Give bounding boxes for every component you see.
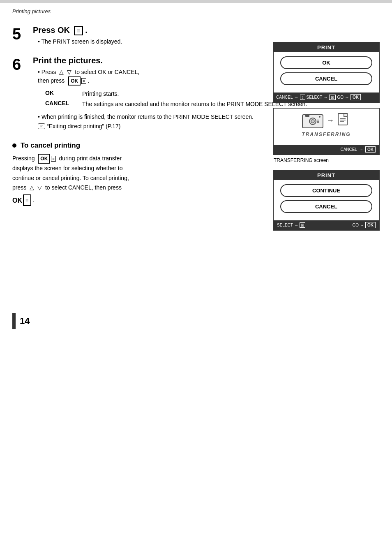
ok-btn-inline: OK ≡ [68, 76, 86, 86]
page-number-area: 14 [12, 313, 380, 329]
triangle-down-icon-2: ▽ [37, 184, 42, 191]
ok-menu-icon-inline: ≡ [74, 26, 83, 35]
transfer-icons: → [302, 113, 350, 128]
step-5-number: 5 [12, 25, 33, 49]
arrow-go-icon: → [360, 223, 364, 227]
print-screen-1-footer: CANCEL → ↕ SELECT → ⊞ GO → OK [274, 92, 379, 102]
grid-icon-2: ⊞ [300, 222, 305, 228]
menu-icon-2: ≡ [51, 156, 55, 162]
print-screen-2: PRINT CONTINUE CANCEL SELECT → ⊞ GO → OK [273, 170, 380, 231]
go-grid-icon: ⊞ [329, 95, 336, 100]
arrow-right-icon-2: → [323, 95, 328, 100]
footer2-go-area: GO → OK [352, 222, 376, 228]
ok-box-footer: OK [350, 94, 361, 100]
bullet-dot-icon [12, 143, 16, 148]
ok-btn-inline-3: OK ≡ [12, 194, 31, 206]
print-screen-2-footer: SELECT → ⊞ GO → OK [274, 220, 379, 230]
transfer-arrow-icon: → [327, 116, 334, 125]
print-screen-1-title: PRINT [274, 43, 379, 52]
transfer-caption: TRANSFERRING screen [273, 157, 380, 163]
triangle-up-icon: △ [59, 69, 64, 75]
ref-link: ☞ “Exiting direct printing” (P.17) [38, 122, 120, 131]
svg-rect-9 [344, 113, 347, 117]
page-title: Printing pictures [12, 8, 51, 14]
footer2-select-area: SELECT → ⊞ [277, 222, 305, 228]
transfer-arrow-footer: → [359, 147, 363, 152]
svg-point-4 [319, 116, 321, 118]
cancel-text: Pressing OK ≡ during print data transfer… [12, 154, 251, 206]
step-6-number: 6 [12, 56, 33, 133]
select-icon-1: ↕ [300, 95, 305, 100]
ok-btn-inline-2: OK ≡ [38, 154, 55, 164]
ok-box-transfer: OK [365, 146, 376, 153]
triangle-up-icon-2: △ [30, 184, 34, 191]
transfer-body: → TRANSFERRING [274, 109, 379, 145]
page-title-area: Printing pictures [0, 3, 392, 17]
triangle-down-icon: ▽ [67, 69, 71, 75]
page-number: 14 [20, 316, 30, 326]
menu-icon: ≡ [81, 78, 86, 84]
print-screen-1-ok-btn: OK [280, 56, 372, 69]
main-content: 5 Press OK ≡ . The PRINT screen is displ… [0, 17, 392, 350]
print-screen-2-cancel-btn: CANCEL [280, 200, 372, 213]
print-screen-2-continue-btn: CONTINUE [280, 184, 372, 197]
print-screen-1-body: OK CANCEL [274, 52, 379, 92]
ok-box-footer2: OK [365, 222, 376, 228]
svg-point-2 [311, 120, 314, 123]
page-number-bar [12, 313, 16, 329]
ref-icon: ☞ [38, 123, 45, 129]
arrow-right-icon-3: → [345, 95, 349, 100]
print-screen-1-cancel-btn: CANCEL [280, 72, 372, 85]
transfer-label: TRANSFERRING [302, 132, 350, 137]
camera-icon [302, 113, 323, 128]
print-screen-2-title: PRINT [274, 171, 379, 180]
print-screen-1: PRINT OK CANCEL CANCEL → ↕ SELECT → ⊞ GO… [273, 42, 380, 103]
arrow-right-icon-1: → [294, 95, 299, 100]
transfer-footer: CANCEL → OK [274, 145, 379, 154]
arrow-select-icon: → [294, 223, 298, 227]
svg-rect-3 [305, 115, 309, 117]
menu-icon-3: ≡ [23, 194, 31, 206]
step-5-heading: Press OK ≡ . [33, 25, 380, 35]
right-panel-print1: PRINT OK CANCEL CANCEL → ↕ SELECT → ⊞ GO… [273, 42, 380, 236]
transfer-screen: → TRANSFERRING CANCEL → OK [273, 108, 380, 155]
doc-icon [337, 113, 350, 128]
header-bar [0, 0, 392, 3]
print-screen-2-body: CONTINUE CANCEL [274, 180, 379, 220]
